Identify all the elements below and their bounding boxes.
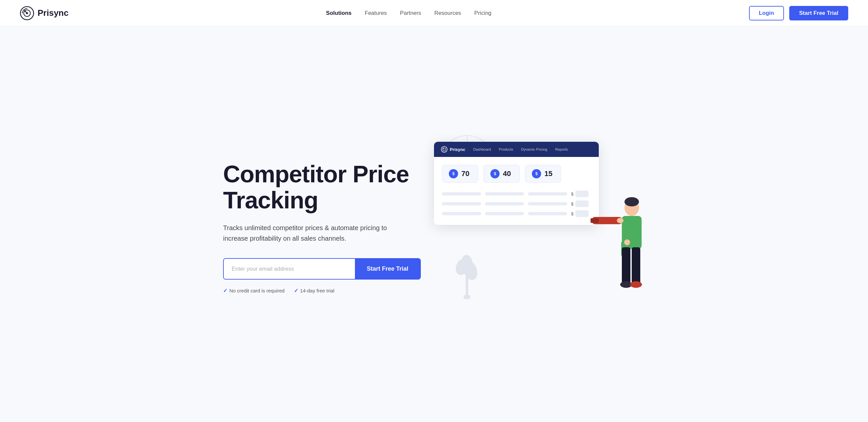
dash-nav-dynamic: Dynamic Pricing [520,147,548,152]
svg-point-21 [617,218,623,223]
nav-trial-button[interactable]: Start Free Trial [789,6,848,21]
price-val-2: 40 [503,170,511,178]
illustration-wrap: Prisync Dashboard Products Dynamic Prici… [421,128,651,326]
nav-links: Solutions Features Partners Resources Pr… [326,10,491,17]
dashboard-body: $ 70 $ 40 $ 15 [434,157,599,225]
dashboard-logo-text: Prisync [450,147,465,152]
check-icon-2: ✓ [294,288,298,294]
table-rows: $ $ [442,190,591,217]
logo-text: Prisync [37,8,68,18]
trust-text-2: 14-day free trial [300,288,335,294]
trust-text-1: No credit card is required [229,288,285,294]
dashboard-logo-icon [441,146,448,153]
person-illustration [586,191,651,316]
price-badge-1: $ [449,169,458,178]
table-row: $ [442,201,591,207]
hero-subtitle: Tracks unlimited competitor prices & aut… [223,222,395,244]
svg-point-22 [624,239,630,245]
price-val-3: 15 [545,170,552,178]
hero-illustration: Prisync Dashboard Products Dynamic Prici… [421,128,651,326]
table-row: $ [442,210,591,217]
nav-actions: Login Start Free Trial [749,6,848,21]
trust-item-2: ✓ 14-day free trial [294,288,335,294]
price-badge-2: $ [490,169,500,178]
svg-rect-18 [632,247,640,283]
row-line [485,202,524,205]
row-line [485,212,524,215]
dash-nav-reports: Reports [554,147,569,152]
dashboard-header: Prisync Dashboard Products Dynamic Prici… [434,142,599,157]
logo-link[interactable]: Prisync [20,6,68,21]
nav-item-partners[interactable]: Partners [400,10,421,16]
hero-section: Competitor Price Tracking Tracks unlimit… [203,26,665,422]
row-line [485,192,524,195]
table-row: $ [442,190,591,197]
price-card-3: $ 15 [525,165,561,183]
dashboard-card: Prisync Dashboard Products Dynamic Prici… [434,142,599,225]
trust-badges: ✓ No credit card is required ✓ 14-day fr… [223,288,421,294]
nav-item-pricing[interactable]: Pricing [474,10,491,16]
nav-item-features[interactable]: Features [365,10,387,16]
hero-trial-button[interactable]: Start Free Trial [355,259,420,279]
email-form: Start Free Trial [223,258,421,279]
svg-rect-17 [622,247,630,283]
plant-decoration [454,247,480,300]
trust-item-1: ✓ No credit card is required [223,288,285,294]
logo-icon [20,6,34,21]
nav-item-solutions[interactable]: Solutions [326,10,351,16]
row-line [442,212,481,215]
hero-title: Competitor Price Tracking [223,161,421,213]
dashboard-logo: Prisync [441,146,465,153]
row-line [442,192,481,195]
dashboard-nav: Dashboard Products Dynamic Pricing Repor… [472,147,569,152]
navbar: Prisync Solutions Features Partners Reso… [0,0,868,26]
svg-point-2 [26,12,28,14]
price-card-1: $ 70 [442,165,478,183]
price-badge-3: $ [532,169,541,178]
row-line [442,202,481,205]
row-line [528,202,567,205]
price-val-1: 70 [461,170,469,178]
dash-nav-products: Products [498,147,515,152]
dash-nav-dashboard: Dashboard [472,147,492,152]
price-cards: $ 70 $ 40 $ 15 [442,165,591,183]
svg-rect-16 [591,218,599,223]
price-card-2: $ 40 [484,165,520,183]
svg-point-11 [624,197,639,206]
email-input[interactable] [224,259,355,279]
svg-point-20 [630,281,642,288]
nav-item-resources[interactable]: Resources [434,10,461,16]
login-button[interactable]: Login [749,6,784,21]
row-line [528,212,567,215]
hero-content: Competitor Price Tracking Tracks unlimit… [223,161,421,294]
check-icon-1: ✓ [223,288,227,294]
row-line [528,192,567,195]
svg-rect-7 [464,295,470,299]
